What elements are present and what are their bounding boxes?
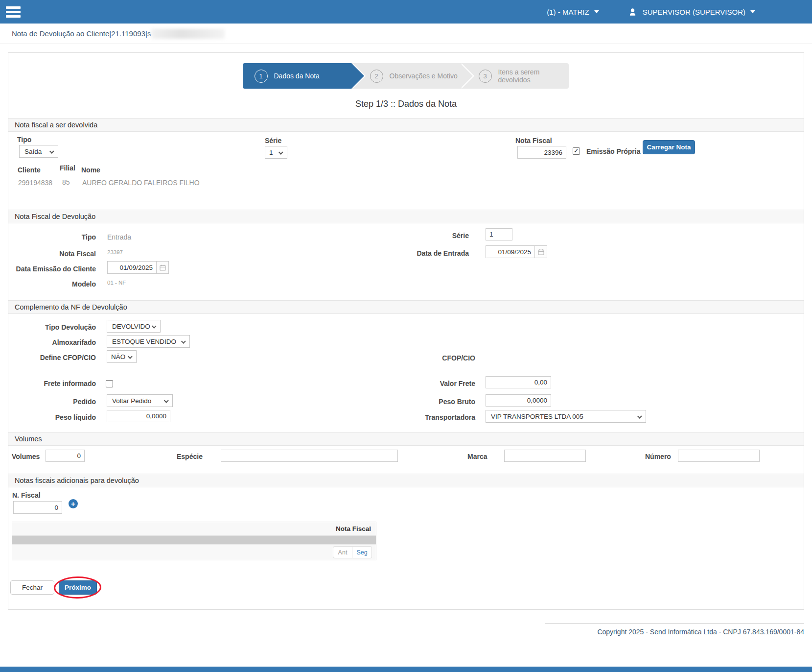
pagination: Ant Seg [333,546,372,558]
hamburger-menu-icon[interactable] [6,6,21,18]
pagination-prev-button[interactable]: Ant [333,546,352,558]
volumes-label: Volumes [12,453,40,460]
section-title: Complemento da NF de Devolulção [8,300,804,314]
especie-label: Espécie [177,453,203,460]
cfop-cio-label: CFOP/CIO [351,354,475,362]
volumes-input[interactable] [46,450,85,462]
form-actions: Fechar Próximo [10,580,804,595]
step-label: Observações e Motivo [390,72,458,80]
chevron-down-icon [152,323,157,328]
step-label: Itens a serem devolvidos [498,68,569,84]
serie-select-value: 1 [269,149,273,156]
tipo-value: Entrada [107,233,131,241]
step-number-badge: 3 [479,70,492,83]
table-header-nota-fiscal: Nota Fiscal [12,522,376,536]
numero-label: Número [645,453,671,460]
branch-label: (1) - MATRIZ [547,8,589,16]
chevron-down-icon [164,398,169,403]
nota-fiscal-label: Nota Fiscal [8,250,96,258]
data-entrada-field [486,245,547,258]
modelo-value: 01 - NF [107,280,126,286]
step-number-badge: 1 [255,70,268,83]
data-emissao-cliente-label: Data Emissão do Cliente [8,265,96,273]
numero-input[interactable] [678,450,760,462]
page-title-bar: Nota de Devolução ao Cliente|21.119093|s [0,24,812,44]
footer-copyright: Copyright 2025 - Send Informática Ltda -… [545,623,804,636]
main-panel: 1 Dados da Nota 2 Observações e Motivo 3… [8,52,804,610]
frete-informado-checkbox[interactable] [106,380,113,387]
almoxarifado-select-value: ESTOQUE VENDIDO [112,338,176,345]
section-notas-fiscais-adicionais: Notas fiscais adicionais para devolução … [8,474,804,571]
valor-frete-input[interactable] [486,376,551,388]
step-label: Dados da Nota [274,72,320,80]
notas-adicionais-table: Nota Fiscal Ant Seg [12,522,376,560]
fechar-button[interactable]: Fechar [10,580,54,595]
chevron-down-icon [181,338,186,343]
transportadora-select-value: VIP TRANSPORTES LTDA 005 [491,413,583,420]
wizard-step-observacoes-e-motivo[interactable]: 2 Observações e Motivo [351,63,460,89]
emissao-propria-checkbox[interactable] [573,147,580,155]
section-nota-fiscal-a-ser-devolvida: Nota fiscal a ser devolvida Tipo Saída S… [8,118,804,205]
data-emissao-cliente-input[interactable] [107,261,156,274]
user-label: SUPERVISOR (SUPERVISOR) [643,8,745,16]
data-entrada-label: Data de Entrada [380,249,469,257]
chevron-down-icon [750,10,755,13]
serie-label: Série [380,232,469,240]
serie-select[interactable]: 1 [265,146,287,159]
section-title: Nota fiscal a ser devolvida [8,118,804,132]
wizard-step-dados-da-nota[interactable]: 1 Dados da Nota [243,63,351,89]
frete-informado-label: Frete informado [8,380,96,387]
chevron-down-icon [49,148,54,153]
step-heading: Step 1/3 :: Dados da Nota [8,99,804,111]
modelo-label: Modelo [8,280,96,288]
proximo-button[interactable]: Próximo [59,580,97,595]
add-nota-fiscal-button[interactable]: + [69,499,78,508]
serie-label: Série [265,137,281,144]
nome-value: AUREO GERALDO FALEIROS FILHO [82,179,200,187]
section-title: Volumes [8,432,804,446]
wizard-step-itens-a-serem-devolvidos[interactable]: 3 Itens a serem devolvidos [460,63,569,89]
almoxarifado-label: Almoxarifado [8,338,96,346]
marca-input[interactable] [504,450,586,462]
n-fiscal-label: N. Fiscal [12,491,41,499]
pedido-select[interactable]: Voltar Pedido [107,394,173,407]
tipo-label: Tipo [8,233,96,241]
nome-label: Nome [81,166,100,174]
transportadora-label: Transportadora [351,413,475,421]
define-cfop-select[interactable]: NÃO [107,350,137,363]
peso-liquido-input[interactable] [107,410,170,422]
user-menu[interactable]: SUPERVISOR (SUPERVISOR) [627,7,755,17]
almoxarifado-select[interactable]: ESTOQUE VENDIDO [107,335,190,348]
calendar-icon[interactable] [156,261,169,274]
calendar-icon[interactable] [534,245,547,258]
step-wizard: 1 Dados da Nota 2 Observações e Motivo 3… [243,63,570,89]
section-title: Notas fiscais adicionais para devolução [8,474,804,487]
define-cfop-select-value: NÃO [111,353,125,360]
branch-selector[interactable]: (1) - MATRIZ [547,8,599,16]
tipo-devolucao-label: Tipo Devolução [8,323,96,331]
peso-bruto-label: Peso Bruto [351,398,475,406]
carregar-nota-button[interactable]: Carregar Nota [643,140,695,154]
table-empty-row [12,536,376,544]
tipo-select[interactable]: Saída [19,145,58,158]
tipo-devolucao-select-value: DEVOLVIDO [112,323,150,330]
data-entrada-input[interactable] [486,245,534,258]
section-nota-fiscal-de-devolucao: Nota Fiscal de Devolução Tipo Entrada No… [8,210,804,296]
chevron-down-icon [637,413,642,418]
section-title: Nota Fiscal de Devolução [8,210,804,223]
transportadora-select[interactable]: VIP TRANSPORTES LTDA 005 [486,410,646,423]
serie-input[interactable] [486,228,512,240]
pagination-next-button[interactable]: Seg [352,546,372,558]
peso-bruto-input[interactable] [486,394,551,407]
cliente-value: 299194838 [18,179,52,187]
tipo-select-value: Saída [24,148,42,155]
section-volumes: Volumes Volumes Espécie Marca Número [8,432,804,469]
pedido-label: Pedido [8,398,96,406]
tipo-devolucao-select[interactable]: DEVOLVIDO [107,320,161,333]
data-emissao-cliente-field [107,261,169,274]
especie-input[interactable] [221,450,398,462]
nota-fiscal-label: Nota Fiscal [515,137,552,144]
n-fiscal-input[interactable] [13,501,62,514]
nota-fiscal-input[interactable] [517,146,566,159]
filial-label: Filial [60,164,75,172]
